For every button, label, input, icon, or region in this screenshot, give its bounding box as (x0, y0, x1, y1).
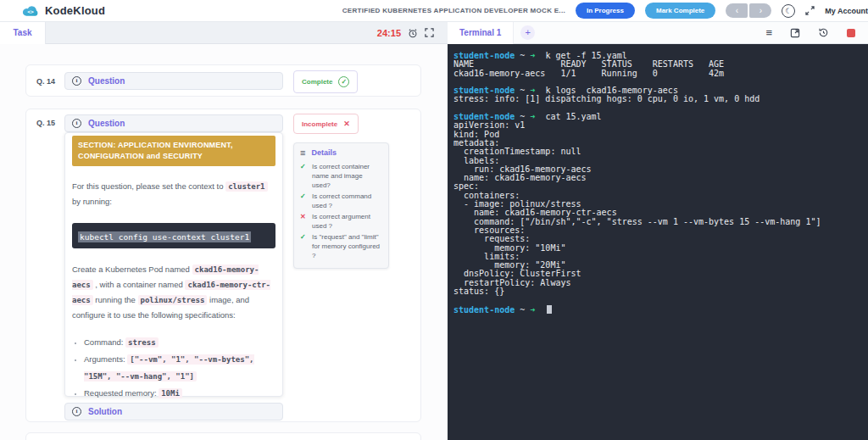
question-15-status-incomplete[interactable]: Incomplete ✕ (293, 114, 359, 134)
terminal-output-line: creationTimestamp: null (453, 148, 868, 156)
course-title: CERTIFIED KUBERNETES APPLICATION DEVELOP… (342, 7, 565, 14)
prompt-host: student-node (453, 305, 515, 315)
context-command: kubectl config use-context cluster1 (78, 231, 251, 242)
context-intro: For this question, please set the contex… (72, 179, 275, 209)
spec-code: stress (125, 337, 159, 348)
check-text: Is "request" and "limit" for memory conf… (312, 232, 382, 260)
brand-name: KodeKloud (45, 4, 105, 17)
details-checklist: ✓Is correct container name and image use… (300, 162, 382, 260)
top-header: <> KodeKloud CERTIFIED KUBERNETES APPLIC… (0, 0, 868, 22)
next-button[interactable]: › (749, 3, 771, 18)
terminal-cursor (547, 305, 552, 314)
terminal-pane: Terminal 1 + ≡ (448, 22, 868, 440)
terminal-output-line: name: ckad16-memory-aecs (453, 174, 868, 182)
timer-clock-button[interactable] (408, 28, 418, 38)
check-pass-icon: ✓ (300, 162, 309, 190)
question-15-toggle[interactable]: i Question (64, 114, 283, 132)
terminal-output-line: kind: Pod (453, 131, 868, 139)
tab-terminal-1[interactable]: Terminal 1 (448, 22, 514, 44)
text-segment: For this question, please set the contex… (72, 181, 225, 191)
terminal-output-line: stress: info: [1] dispatching hogs: 0 cp… (453, 95, 868, 103)
context-command-block: kubectl config use-context cluster1 (72, 223, 275, 248)
check-circle-icon: ✓ (338, 76, 349, 87)
task-description: Create a Kubernetes Pod named ckad16-mem… (72, 262, 275, 322)
question-15-body: SECTION: APPLICATION ENVIRONMENT, CONFIG… (64, 132, 283, 397)
text-segment: running the (93, 295, 138, 304)
text-segment: Create a Kubernetes Pod named (72, 265, 192, 274)
question-15-number: Q. 15 (36, 119, 55, 127)
terminal-menu-button[interactable]: ≡ (765, 26, 772, 39)
x-icon: ✕ (343, 120, 350, 128)
add-terminal-button[interactable]: + (520, 25, 535, 40)
question-14-toggle[interactable]: i Question (64, 72, 283, 90)
details-title: Details (311, 148, 337, 157)
resize-arrows-icon (805, 6, 815, 15)
collapse-view-button[interactable] (805, 6, 815, 15)
terminal-output-line: status: {} (453, 287, 868, 296)
task-pane: Task 24:15 (0, 22, 448, 440)
prompt-arrow-icon: ➜ (530, 305, 545, 315)
prev-button[interactable]: ‹ (726, 3, 748, 18)
check-pass-icon: ✓ (300, 192, 309, 210)
task-tabbar: Task 24:15 (0, 22, 448, 44)
fullscreen-button[interactable] (425, 28, 434, 37)
section-banner: SECTION: APPLICATION ENVIRONMENT, CONFIG… (72, 136, 275, 166)
moon-icon: ☾ (785, 7, 792, 15)
mark-complete-button[interactable]: Mark Complete (645, 3, 715, 19)
next-question-card-edge (25, 432, 421, 440)
spec-label: Requested memory: (84, 388, 159, 398)
tab-task[interactable]: Task (0, 22, 46, 44)
alarm-clock-icon (408, 28, 418, 38)
question-14-label: Question (88, 76, 125, 86)
prompt-arrow-icon: ➜ (530, 112, 545, 121)
spec-code: 10Mi (159, 388, 182, 398)
incomplete-label: Incomplete (302, 120, 337, 128)
spec-item: Arguments: ["--vm", "1", "--vm-bytes", "… (84, 351, 275, 385)
external-link-icon (790, 28, 800, 38)
terminal-blank-line (453, 296, 868, 304)
text-segment: by running: (72, 197, 112, 206)
check-item: ✓Is "request" and "limit" for memory con… (300, 232, 382, 260)
terminal-output[interactable]: student-node ~ ➜ k get -f 15.yamlNAME RE… (448, 44, 868, 440)
open-in-new-window-button[interactable] (790, 28, 800, 38)
terminal-tabbar: Terminal 1 + ≡ (448, 22, 868, 44)
info-icon: i (72, 76, 81, 86)
dark-mode-toggle[interactable]: ☾ (782, 4, 795, 18)
check-pass-icon: ✓ (300, 232, 309, 260)
info-icon: i (72, 119, 81, 128)
question-15-label: Question (88, 119, 125, 128)
solution-toggle[interactable]: i Solution (64, 403, 283, 421)
svg-text:<>: <> (27, 8, 34, 14)
check-text: Is correct argument used ? (312, 212, 382, 231)
details-panel: ≡ Details ✓Is correct container name and… (293, 142, 389, 269)
check-text: Is correct container name and image used… (312, 162, 382, 190)
terminal-output-line: requests: (453, 235, 868, 243)
check-fail-icon: ✕ (300, 212, 309, 231)
in-progress-badge[interactable]: In Progress (576, 3, 635, 19)
check-item: ✓Is correct command used ? (300, 192, 382, 210)
account-menu[interactable]: My Account (825, 7, 868, 15)
history-icon (818, 27, 829, 38)
info-icon: i (72, 407, 81, 416)
stop-terminal-button[interactable] (847, 29, 855, 37)
exam-timer: 24:15 (377, 28, 401, 38)
list-icon: ≡ (300, 148, 305, 157)
check-item: ✕Is correct argument used ? (300, 212, 382, 231)
kodekloud-logo-icon: <> (22, 5, 39, 17)
restart-terminal-button[interactable] (818, 27, 829, 38)
question-14-card: Q. 14 i Question Complete ✓ (25, 64, 421, 97)
spec-item: Command: stress (84, 334, 275, 351)
spec-label: Arguments: (84, 354, 127, 364)
inline-code: polinux/stress (138, 295, 208, 305)
fullscreen-icon (425, 28, 434, 37)
terminal-output-line: restartPolicy: Always (453, 279, 868, 287)
question-14-status-complete[interactable]: Complete ✓ (293, 70, 358, 93)
task-content: Q. 14 i Question Complete ✓ Q. 15 i Ques… (0, 44, 448, 440)
prompt-path: ~ (515, 305, 530, 315)
check-item: ✓Is correct container name and image use… (300, 162, 382, 190)
lesson-nav: ‹ › (726, 3, 771, 18)
terminal-prompt-line: student-node ~ ➜ (453, 305, 868, 315)
brand[interactable]: <> KodeKloud (22, 4, 105, 17)
terminal-output-line: apiVersion: v1 (453, 121, 868, 130)
complete-label: Complete (302, 78, 332, 86)
